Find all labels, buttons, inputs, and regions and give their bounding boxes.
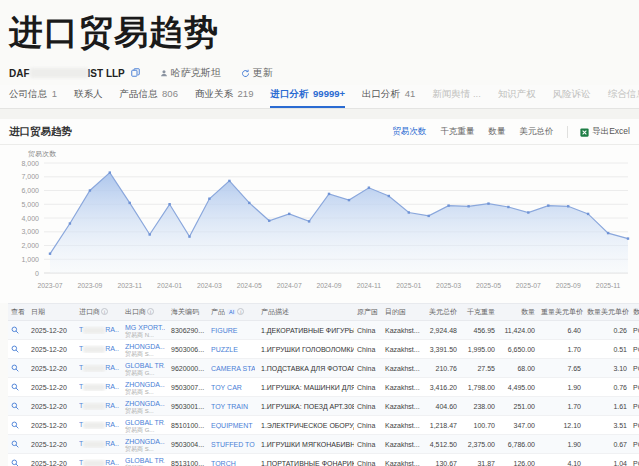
tab-10[interactable]: 综合信息	[608, 88, 639, 108]
importer-redacted	[83, 441, 105, 448]
exporter-cell: GLOBAL TR...贸易商 G...	[122, 416, 168, 435]
unit-cell: PCS	[630, 397, 639, 416]
chart-mode-4[interactable]: 美元总价	[519, 126, 553, 138]
importer-link[interactable]: TRA...	[79, 402, 119, 410]
exporter-cell: ZHONGDA...贸易商 S...	[122, 378, 168, 397]
hs-code-cell: 8510100...	[168, 416, 208, 435]
view-cell	[8, 397, 28, 416]
unit-cell: PCS	[630, 378, 639, 397]
chart-mode-1[interactable]: 贸易次数	[392, 126, 426, 138]
col-header-12: 数量	[498, 304, 538, 321]
magnifier-icon[interactable]	[11, 326, 19, 334]
product-link[interactable]: PUZZLE	[211, 346, 255, 353]
refresh-icon	[241, 69, 250, 78]
page-title: 进口贸易趋势	[0, 0, 639, 60]
refresh-button[interactable]: 更新	[241, 66, 273, 80]
col-header-15: 数量单位	[630, 304, 639, 321]
tab-8[interactable]: 知识产权	[498, 88, 536, 108]
tab-1[interactable]: 公司信息 1	[9, 88, 57, 108]
export-excel-button[interactable]: 导出Excel	[567, 126, 630, 138]
svg-text:0: 0	[35, 270, 39, 277]
importer-redacted	[83, 403, 105, 410]
view-cell	[8, 435, 28, 454]
description-cell: 1.ИГРУШКА: ПОЕЗД АРТ.3080-1 ВКЛЮЧАЯ РЕЛЬ…	[258, 397, 354, 416]
magnifier-icon[interactable]	[11, 383, 19, 391]
product-link[interactable]: TORCH	[211, 460, 255, 466]
col-header-label: 进口商	[79, 308, 100, 315]
exporter-link[interactable]: ZHONGDA...	[125, 438, 165, 446]
description-cell: 1.ИГРУШКА: МАШИНКИ ДЛЯ ДЕТЕЙ СТАРШЕ ТРЕ.…	[258, 378, 354, 397]
importer-link[interactable]: TRA...	[79, 440, 119, 448]
exporter-link[interactable]: ZHONGDA...	[125, 381, 165, 389]
info-icon[interactable]: i	[237, 308, 244, 315]
usd-per-unit-cell: 1.04	[584, 454, 630, 466]
exporter-link[interactable]: ZHONGDA...	[125, 400, 165, 408]
magnifier-icon[interactable]	[11, 364, 19, 372]
exporter-link[interactable]: ZHONGDA...	[125, 343, 165, 351]
importer-link[interactable]: TRA...	[79, 459, 119, 466]
tab-label: 商业关系	[195, 88, 233, 99]
importer-cell: TRA...	[76, 435, 122, 454]
magnifier-icon[interactable]	[11, 421, 19, 429]
svg-text:2024-11: 2024-11	[357, 282, 382, 289]
importer-link[interactable]: TRA...	[79, 421, 119, 429]
exporter-link[interactable]: MG XPORT...	[125, 324, 165, 332]
usd-total-cell: 4,512.50	[420, 435, 460, 454]
tab-2[interactable]: 联系人	[74, 88, 103, 108]
importer-link[interactable]: TRA...	[79, 326, 119, 334]
product-link[interactable]: STUFFED TOY	[211, 441, 255, 448]
usd-per-kg-cell: 1.90	[538, 435, 584, 454]
usd-per-kg-cell: 1.90	[538, 378, 584, 397]
table-row: 2025-12-20 TRA... MG XPORT...贸易商 N... 83…	[8, 321, 639, 340]
importer-link[interactable]: TRA...	[79, 345, 119, 353]
col-header-label: 美元总价	[429, 308, 457, 315]
tab-4[interactable]: 商业关系 219	[195, 88, 254, 108]
product-link[interactable]: TOY TRAIN	[211, 403, 255, 410]
tab-3[interactable]: 产品信息 806	[119, 88, 178, 108]
chart-mode-2[interactable]: 千克重量	[440, 126, 474, 138]
product-link[interactable]: FIGURE	[211, 327, 255, 334]
copy-icon[interactable]	[131, 68, 140, 79]
company-name-redacted	[30, 68, 88, 78]
col-header-3: 进口商i	[76, 304, 122, 321]
svg-text:2023-11: 2023-11	[117, 282, 142, 289]
magnifier-icon[interactable]	[11, 402, 19, 410]
product-cell: FIGURE	[208, 321, 258, 340]
tab-5[interactable]: 进口分析 99999+	[270, 88, 345, 108]
table-row: 2025-12-20 TRA... ZHONGDA...贸易商 S... 950…	[8, 397, 639, 416]
info-icon[interactable]: i	[101, 308, 108, 315]
origin-cell: China	[354, 454, 382, 466]
product-link[interactable]: TOY CAR	[211, 384, 255, 391]
location-icon	[160, 69, 168, 77]
exporter-link[interactable]: GLOBAL TR...	[125, 419, 165, 427]
company-name-prefix: DAF	[9, 68, 30, 79]
exporter-link[interactable]: GLOBAL TR...	[125, 457, 165, 465]
tab-count: 1	[52, 88, 57, 99]
exporter-link[interactable]: GLOBAL TR...	[125, 362, 165, 370]
quantity-cell: 347.00	[498, 416, 538, 435]
product-link[interactable]: CAMERA STAND	[211, 365, 255, 372]
unit-cell: PCS	[630, 435, 639, 454]
product-link[interactable]: EQUIPMENT	[211, 422, 255, 429]
view-cell	[8, 454, 28, 466]
magnifier-icon[interactable]	[11, 345, 19, 353]
chart-mode-3[interactable]: 数量	[488, 126, 505, 138]
col-header-4: 出口商i	[122, 304, 168, 321]
exporter-cell: ZHONGDA...贸易商 S...	[122, 397, 168, 416]
info-icon[interactable]: i	[147, 308, 154, 315]
svg-text:2024-01: 2024-01	[157, 282, 182, 289]
magnifier-icon[interactable]	[11, 459, 19, 466]
magnifier-icon[interactable]	[11, 440, 19, 448]
tab-9[interactable]: 风险诉讼	[553, 88, 591, 108]
tab-6[interactable]: 出口分析 41	[362, 88, 415, 108]
chart-toolbar: 贸易次数千克重量数量美元总价导出Excel	[392, 126, 630, 138]
quantity-cell: 6,786.00	[498, 435, 538, 454]
importer-link[interactable]: TRA...	[79, 383, 119, 391]
origin-cell: China	[354, 435, 382, 454]
tab-count: 806	[162, 88, 178, 99]
origin-cell: China	[354, 340, 382, 359]
tab-7[interactable]: 新闻舆情 ...	[432, 88, 481, 108]
importer-link[interactable]: TRA...	[79, 364, 119, 372]
kg-weight-cell: 27.55	[460, 359, 498, 378]
tab-count: 99999+	[313, 88, 345, 99]
